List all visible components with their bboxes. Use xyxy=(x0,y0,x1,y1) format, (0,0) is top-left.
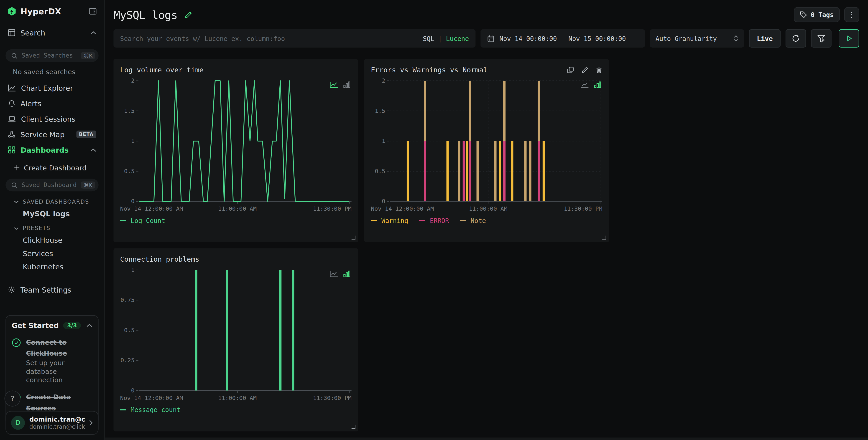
lucene-mode-toggle[interactable]: Lucene xyxy=(446,35,469,42)
saved-searches-input[interactable]: Saved Searches ⌘K xyxy=(5,49,98,62)
sidebar-preset-clickhouse[interactable]: ClickHouse xyxy=(23,236,99,244)
sidebar-collapse-icon[interactable] xyxy=(89,7,97,15)
granularity-select[interactable]: Auto Granularity xyxy=(650,29,744,47)
filter-icon xyxy=(817,34,825,42)
legend-label: Message count xyxy=(131,406,181,414)
app-window: HyperDX Search Saved Searches ⌘K No save… xyxy=(0,0,868,440)
check-circle-icon xyxy=(11,338,21,384)
play-icon xyxy=(845,35,852,42)
svg-text:11:30:00 PM: 11:30:00 PM xyxy=(313,395,351,401)
panel-resize-handle[interactable] xyxy=(351,236,355,240)
dashboard-grid: Log volume over time 00.511.52Nov 14 12:… xyxy=(104,47,868,440)
chevron-up-icon[interactable] xyxy=(86,324,92,327)
chart-type-toggle xyxy=(580,81,601,89)
panel-title: Connection problems xyxy=(120,255,199,263)
dashboard-menu-button[interactable]: ⋮ xyxy=(844,7,859,22)
panel-title: Errors vs Warnings vs Normal xyxy=(371,66,488,74)
chart-legend: WarningERRORNote xyxy=(371,217,602,225)
legend-dash-icon xyxy=(371,220,377,222)
edit-panel-icon[interactable] xyxy=(581,66,589,73)
group-label-text: PRESETS xyxy=(23,225,51,231)
connection-problems-chart[interactable]: 00.250.50.751Nov 14 12:00:00 AM11:00:00 … xyxy=(120,266,351,405)
legend-item[interactable]: ERROR xyxy=(420,217,449,225)
run-query-button[interactable] xyxy=(839,29,859,47)
mode-divider: | xyxy=(438,35,442,42)
divider xyxy=(0,44,104,44)
panel-title: Log volume over time xyxy=(120,66,204,74)
live-button[interactable]: Live xyxy=(749,29,781,47)
saved-dashboards-group[interactable]: SAVED DASHBOARDS xyxy=(14,199,99,205)
event-search-input[interactable]: Search your events w/ Lucene ex. column:… xyxy=(114,29,475,47)
saved-dashboards-input[interactable]: Saved Dashboards ⌘K xyxy=(5,179,98,191)
get-started-header[interactable]: Get Started 3/3 xyxy=(11,321,92,330)
get-started-item[interactable]: Connect to ClickHouse Set up your databa… xyxy=(11,336,92,384)
chevron-down-icon xyxy=(14,227,19,230)
panel-connection-problems: Connection problems 00.250.50.751Nov 14 … xyxy=(114,248,358,432)
svg-text:1: 1 xyxy=(131,266,134,273)
errors-warnings-chart[interactable]: 00.511.52Nov 14 12:00:00 AM11:00:00 AM11… xyxy=(371,76,602,216)
sidebar-item-team-settings[interactable]: Team Settings xyxy=(5,282,98,297)
sidebar-item-dashboards[interactable]: Dashboards xyxy=(5,143,98,157)
svg-text:1.5: 1.5 xyxy=(375,107,385,114)
help-button[interactable]: ? xyxy=(4,390,21,406)
presets-list: ClickHouseServicesKubernetes xyxy=(5,231,98,271)
page-title: MySQL logs xyxy=(114,8,177,21)
user-menu[interactable]: D dominic.tran@clic... dominic.tran@clic… xyxy=(5,411,98,435)
user-email: dominic.tran@clickh... xyxy=(29,423,85,430)
legend-item[interactable]: Message count xyxy=(120,406,181,414)
user-name: dominic.tran@clic... xyxy=(29,415,85,423)
tags-button[interactable]: 0 Tags xyxy=(794,7,840,22)
chevron-up-icon[interactable] xyxy=(90,148,96,152)
delete-panel-icon[interactable] xyxy=(596,66,602,73)
svg-text:11:30:00 PM: 11:30:00 PM xyxy=(313,205,351,212)
sidebar-item-label: Dashboards xyxy=(21,146,85,154)
svg-text:0: 0 xyxy=(382,198,385,205)
search-icon xyxy=(11,52,18,59)
logo-row: HyperDX xyxy=(5,7,98,16)
get-started-item-desc: Set up your database connection xyxy=(26,359,92,384)
sidebar-preset-services[interactable]: Services xyxy=(23,249,99,258)
sidebar-dashboard-mysql-logs[interactable]: MySQL logs xyxy=(23,209,99,218)
sidebar-item-chart-explorer[interactable]: Chart Explorer xyxy=(5,81,98,95)
line-chart-type-icon[interactable] xyxy=(580,81,589,89)
line-chart-type-icon[interactable] xyxy=(330,271,338,278)
saved-dashboards-placeholder: Saved Dashboards xyxy=(22,181,77,189)
edit-title-icon[interactable] xyxy=(185,11,192,19)
brand-name: HyperDX xyxy=(21,7,85,16)
sql-mode-toggle[interactable]: SQL xyxy=(423,35,434,42)
legend-item[interactable]: Log Count xyxy=(120,217,165,225)
sidebar-item-alerts[interactable]: Alerts xyxy=(5,96,98,110)
plus-icon xyxy=(14,165,20,171)
refresh-button[interactable] xyxy=(785,29,806,47)
cmd-k-badge: ⌘K xyxy=(81,52,95,59)
sidebar-item-service-map[interactable]: Service Map BETA xyxy=(5,127,98,141)
svg-text:Nov 14 12:00:00 AM: Nov 14 12:00:00 AM xyxy=(371,205,434,212)
bar-chart-type-icon[interactable] xyxy=(343,271,350,278)
sidebar-preset-kubernetes[interactable]: Kubernetes xyxy=(23,263,99,271)
legend-label: Note xyxy=(471,217,486,225)
bar-chart-type-icon[interactable] xyxy=(594,81,601,89)
sidebar-item-client-sessions[interactable]: Client Sessions xyxy=(5,112,98,126)
service-map-icon xyxy=(8,131,16,138)
filter-button[interactable] xyxy=(811,29,832,47)
get-started-card: Get Started 3/3 Connect to ClickHouse Se… xyxy=(5,315,98,424)
panel-resize-handle[interactable] xyxy=(351,425,355,429)
cmd-k-badge: ⌘K xyxy=(81,181,95,189)
sidebar-item-label: Client Sessions xyxy=(21,115,96,123)
date-range-picker[interactable]: Nov 14 00:00:00 - Nov 15 00:00:00 xyxy=(481,29,645,47)
search-nav-icon xyxy=(8,29,16,36)
svg-text:11:30:00 PM: 11:30:00 PM xyxy=(564,205,602,212)
duplicate-panel-icon[interactable] xyxy=(567,66,574,73)
get-started-item-title: Create Data Sources xyxy=(26,393,71,412)
chevron-up-icon[interactable] xyxy=(90,31,96,35)
bar-chart-type-icon[interactable] xyxy=(343,81,350,89)
legend-item[interactable]: Note xyxy=(460,217,486,225)
panel-resize-handle[interactable] xyxy=(602,236,606,240)
create-dashboard-button[interactable]: Create Dashboard xyxy=(14,162,99,174)
log-volume-chart[interactable]: 00.511.52Nov 14 12:00:00 AM11:00:00 AM11… xyxy=(120,76,351,216)
sidebar-item-search[interactable]: Search xyxy=(5,26,98,40)
presets-group[interactable]: PRESETS xyxy=(14,225,99,231)
legend-item[interactable]: Warning xyxy=(371,217,408,225)
line-chart-type-icon[interactable] xyxy=(330,81,338,89)
horizontal-scrollbar[interactable] xyxy=(104,437,868,440)
